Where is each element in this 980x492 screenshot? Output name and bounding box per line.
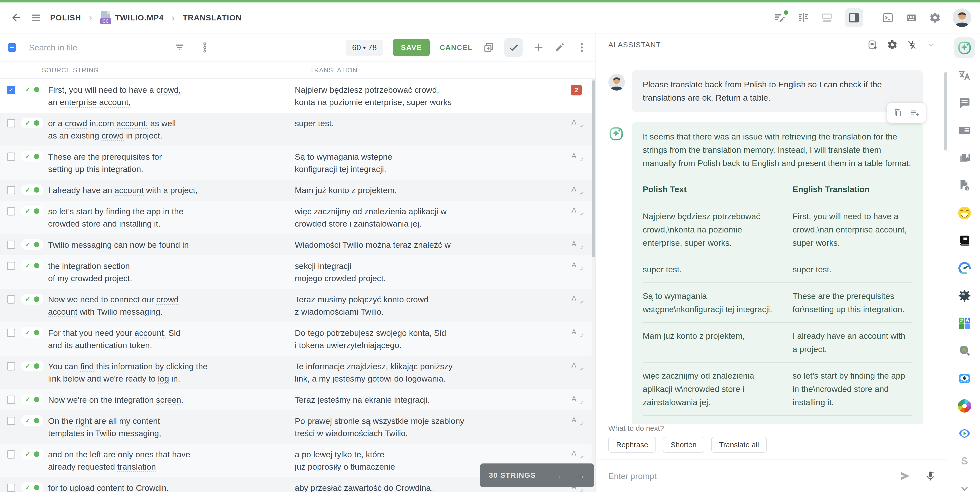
shortcuts-off-icon[interactable] [907, 39, 917, 50]
rail-gauge-app-icon[interactable] [954, 258, 975, 278]
row-checkbox[interactable] [7, 207, 15, 216]
suggestion-button[interactable]: Rephrase [608, 437, 656, 453]
assistant-scrollbar[interactable] [944, 72, 947, 150]
search-input[interactable]: Search in file [29, 43, 147, 53]
side-by-side-view-icon[interactable] [797, 12, 809, 24]
back-button[interactable] [9, 10, 24, 25]
table-row[interactable]: ✓Now we're on the integration screen.Ter… [0, 389, 592, 411]
rail-ai-assistant-icon[interactable] [954, 37, 975, 58]
filter-icon[interactable] [175, 42, 186, 53]
row-checkbox[interactable] [7, 417, 15, 425]
copy-source-icon[interactable] [482, 42, 494, 53]
row-checkbox[interactable] [7, 153, 15, 161]
table-row[interactable]: ✓These are the prerequisites forsetting … [0, 146, 592, 180]
editor-scrollbar[interactable] [592, 79, 595, 492]
tasks-edit-icon[interactable] [774, 12, 786, 24]
table-row[interactable]: ✓or a crowd in.com account, as wellas an… [0, 113, 592, 146]
rail-search-app-icon[interactable]: A [954, 340, 975, 361]
save-button[interactable]: SAVE [393, 39, 430, 56]
table-row[interactable]: ✓✓First, you will need to have a crowd,a… [0, 79, 592, 113]
breadcrumb-section[interactable]: TRANSLATION [183, 13, 242, 22]
spellcheck-icon[interactable]: A✓ [571, 416, 581, 426]
string-options-icon[interactable] [199, 42, 211, 53]
rail-translate-icon[interactable] [954, 65, 975, 86]
approve-icon[interactable] [504, 38, 523, 57]
more-options-icon[interactable] [576, 42, 588, 53]
rail-glossary-icon[interactable] [954, 148, 975, 168]
select-all-checkbox[interactable] [8, 43, 16, 52]
bottom-panel-view-icon[interactable] [821, 12, 833, 24]
rail-translate-app-icon[interactable] [954, 313, 975, 334]
spellcheck-icon[interactable]: A✓ [571, 449, 581, 459]
rail-mine-app-icon[interactable] [954, 285, 975, 306]
edit-pencil-icon[interactable] [554, 42, 566, 53]
table-row[interactable]: ✓I already have an account with a projec… [0, 180, 592, 201]
spellcheck-icon[interactable]: A✓ [571, 261, 581, 271]
add-string-icon[interactable] [533, 42, 544, 53]
spellcheck-icon[interactable]: A✓ [571, 395, 581, 404]
spellcheck-icon[interactable]: A✓ [571, 152, 581, 161]
table-row[interactable]: ✓Now we need to connect our crowdaccount… [0, 289, 592, 322]
assistant-settings-icon[interactable] [887, 39, 898, 50]
row-checkbox[interactable] [7, 362, 15, 371]
table-row[interactable]: ✓You can find this information by clicki… [0, 356, 592, 389]
rail-preview-app-icon[interactable] [954, 423, 975, 444]
table-row[interactable]: ✓For that you need your account, Sidand … [0, 322, 592, 356]
translation-line: a po lewej tylko te, które [295, 448, 561, 460]
keyboard-icon[interactable] [905, 12, 917, 24]
spellcheck-icon[interactable]: A✓ [571, 361, 581, 371]
row-checkbox[interactable] [7, 484, 15, 492]
user-avatar[interactable] [953, 8, 971, 27]
menu-icon[interactable] [29, 10, 43, 25]
row-checkbox[interactable] [7, 186, 15, 194]
prompt-input[interactable]: Enter prompt [608, 471, 899, 481]
settings-gear-icon[interactable] [929, 12, 941, 24]
console-icon[interactable] [882, 12, 894, 24]
row-checkbox[interactable] [7, 450, 15, 458]
row-checkbox[interactable]: ✓ [7, 86, 15, 94]
spellcheck-icon[interactable]: A✓ [571, 118, 581, 128]
breadcrumb-file[interactable]: CC TWILIO.MP4 [100, 11, 164, 24]
suggestion-button[interactable]: Shorten [663, 437, 704, 453]
spellcheck-icon[interactable]: A✓ [571, 185, 581, 195]
table-row[interactable]: ✓the integration sectionof my crowded pr… [0, 256, 592, 289]
insert-to-editor-icon[interactable] [910, 108, 919, 118]
copy-icon[interactable] [893, 108, 903, 118]
rail-color-wheel-app-icon[interactable] [954, 396, 975, 416]
breadcrumb-project[interactable]: POLISH [50, 13, 81, 22]
row-actions: A✓ [561, 415, 592, 426]
row-checkbox[interactable] [7, 241, 15, 249]
suggestion-button[interactable]: Translate all [711, 437, 767, 453]
ai-message-row: It seems that there was an issue with re… [608, 122, 936, 424]
right-panel-view-icon[interactable] [845, 8, 863, 27]
rail-string-info-icon[interactable] [954, 175, 975, 196]
spellcheck-icon[interactable]: A✓ [571, 240, 581, 249]
rail-collapse-chevron-icon[interactable] [954, 478, 975, 492]
table-row[interactable]: ✓so let's start by finding the app in th… [0, 201, 592, 234]
rail-emoji-app-icon[interactable] [954, 203, 975, 224]
spellcheck-icon[interactable]: A✓ [571, 206, 581, 216]
collapse-chevron-icon[interactable] [926, 40, 936, 50]
table-row[interactable]: ✓On the right are all my contenttemplate… [0, 411, 592, 444]
rail-screenshot-app-icon[interactable] [954, 368, 975, 389]
pager-prev-icon[interactable]: ← [557, 470, 566, 480]
comments-count-badge[interactable]: 2 [571, 85, 582, 96]
row-checkbox[interactable] [7, 295, 15, 304]
spellcheck-icon[interactable]: A✓ [571, 294, 581, 304]
cancel-button[interactable]: CANCEL [439, 43, 473, 52]
send-icon[interactable] [899, 470, 911, 482]
rail-dictionary-app-icon[interactable] [954, 230, 975, 251]
row-checkbox[interactable] [7, 119, 15, 128]
rail-comments-icon[interactable] [954, 93, 975, 113]
rail-translation-memory-icon[interactable] [954, 120, 975, 141]
row-checkbox[interactable] [7, 396, 15, 404]
spellcheck-icon[interactable]: A✓ [571, 327, 581, 337]
microphone-icon[interactable] [925, 470, 936, 482]
row-checkbox[interactable] [7, 262, 15, 270]
new-conversation-icon[interactable] [867, 39, 878, 50]
row-checkbox[interactable] [7, 329, 15, 337]
rail-s-app-icon[interactable]: S [954, 450, 975, 471]
source-line: Twilio messaging can now be found in [48, 239, 295, 251]
table-row[interactable]: ✓Twilio messaging can now be found inWia… [0, 234, 592, 256]
pager-next-icon[interactable]: → [575, 470, 585, 480]
